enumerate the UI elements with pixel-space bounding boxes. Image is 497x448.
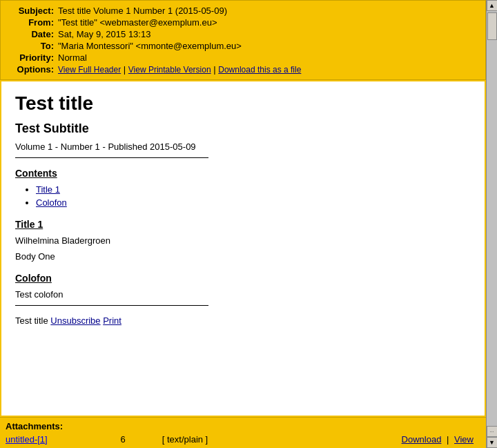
to-value: "Maria Montessori" <mmonte@exemplum.eu> [56,40,478,52]
view-link[interactable]: View [454,434,474,445]
section1-author: Wilhelmina Bladergroen [15,235,471,246]
scroll-up-button[interactable]: ▲ [487,0,498,11]
scroll-down-button[interactable]: ▼ [487,437,498,448]
email-body-wrapper: Test title Test Subtitle Volume 1 - Numb… [0,80,486,417]
attachment-type: [ text/plain ] [144,434,226,445]
date-label: Date: [8,28,56,40]
volume-line: Volume 1 - Number 1 - Published 2015-05-… [15,142,471,152]
contents-heading: Contents [15,168,471,179]
list-item: Title 1 [36,184,471,195]
contents-list: Title 1 Colofon [36,184,471,208]
email-title: Test title [15,92,471,115]
scrollbar: ▲ ··· ▼ [486,0,497,448]
attachments-bar: Attachments: untitled-[1] 6 [ text/plain… [0,417,486,448]
email-header: Subject: Test title Volume 1 Number 1 (2… [0,0,486,80]
subject-value: Test title Volume 1 Number 1 (2015-05-09… [56,5,478,17]
section2-heading: Colofon [15,273,471,284]
download-link[interactable]: Download [402,434,442,445]
view-full-header-link[interactable]: View Full Header [58,65,121,75]
attachments-row: untitled-[1] 6 [ text/plain ] Download |… [6,434,480,445]
contents-colofon-link[interactable]: Colofon [36,197,67,208]
scrollbar-thumb[interactable] [487,12,497,40]
email-body: Test title Test Subtitle Volume 1 - Numb… [1,81,485,337]
email-subtitle: Test Subtitle [15,121,471,136]
view-printable-link[interactable]: View Printable Version [128,65,211,75]
attachment-link[interactable]: untitled-[1] [6,434,48,445]
from-label: From: [8,17,56,28]
date-value: Sat, May 9, 2015 13:13 [56,28,478,40]
attachments-label: Attachments: [6,421,480,431]
from-value: "Test title" <webmaster@exemplum.eu> [56,17,478,28]
section1-heading: Title 1 [15,219,471,230]
section1-body: Body One [15,251,471,262]
attachment-name[interactable]: untitled-[1] [6,434,102,445]
footer-prefix: Test title [15,315,48,326]
section2-body: Test colofon [15,289,471,300]
subject-label: Subject: [8,5,56,17]
divider-1 [15,157,208,158]
print-link[interactable]: Print [103,315,121,326]
attachment-actions: Download | View [226,434,480,445]
list-item: Colofon [36,197,471,208]
attachment-size: 6 [102,434,144,445]
priority-value: Normal [56,52,478,64]
scrollbar-track[interactable] [487,11,498,426]
divider-2 [15,305,208,306]
footer-line: Test title Unsubscribe Print [15,315,471,326]
scrollbar-dots: ··· [487,426,498,437]
to-label: To: [8,40,56,52]
contents-title1-link[interactable]: Title 1 [36,184,60,195]
download-file-link[interactable]: Download this as a file [218,65,301,75]
options-label: Options: [8,64,56,75]
options-value: View Full Header | View Printable Versio… [56,64,478,75]
unsubscribe-link[interactable]: Unsubscribe [50,315,100,326]
priority-label: Priority: [8,52,56,64]
